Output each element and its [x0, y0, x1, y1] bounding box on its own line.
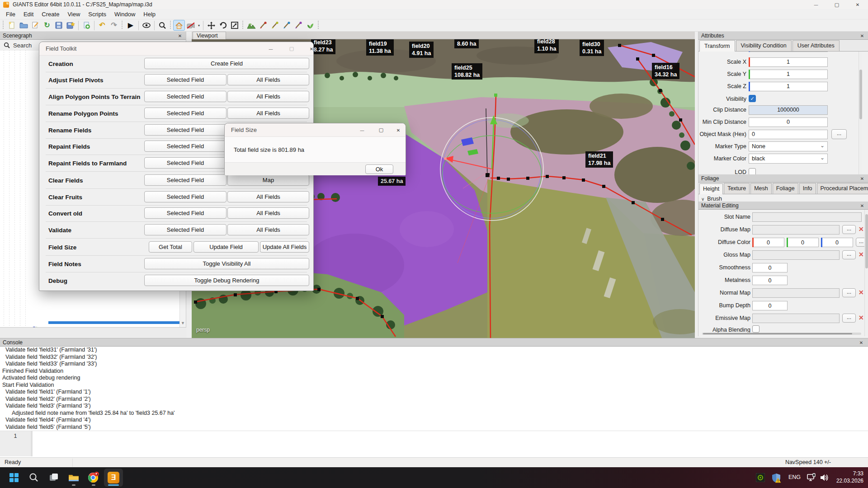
chrome-button[interactable]	[84, 469, 103, 487]
object-mask-browse-button[interactable]: ...	[831, 129, 847, 139]
diffuse-color-b-field[interactable]: 0	[821, 238, 853, 247]
validate-all-button[interactable]: All Fields	[227, 224, 309, 235]
adjust-pivots-all-button[interactable]: All Fields	[227, 74, 309, 85]
metalness-field[interactable]: 0	[752, 276, 788, 285]
dialog-minimize-button[interactable]	[355, 123, 369, 136]
brush-section-toggle[interactable]: ∨ Brush	[701, 196, 722, 202]
dialog-minimize-button[interactable]	[264, 42, 278, 55]
language-indicator[interactable]: ENG	[788, 474, 801, 480]
clear-fields-selected-button[interactable]: Selected Field	[144, 174, 226, 186]
clear-fruits-all-button[interactable]: All Fields	[227, 191, 309, 202]
min-clip-distance-field[interactable]: 0	[749, 117, 828, 127]
file-explorer-button[interactable]	[64, 469, 83, 487]
diffuse-color-r-field[interactable]: 0	[752, 238, 784, 247]
network-tray-icon[interactable]	[807, 473, 816, 484]
redo-icon[interactable]: ↷	[108, 20, 120, 31]
undo-icon[interactable]: ↶	[96, 20, 108, 31]
tab-texture[interactable]: Texture	[724, 183, 750, 194]
tab-viewport[interactable]: Viewport	[193, 32, 226, 39]
taskbar-clock[interactable]: 7:33 22.03.2026	[836, 470, 863, 484]
lod-checkbox[interactable]	[749, 168, 756, 174]
security-shield-tray-icon[interactable]	[771, 473, 781, 485]
validate-selected-button[interactable]: Selected Field	[144, 224, 226, 235]
reload-icon[interactable]: ↻	[41, 20, 53, 31]
scale-tool-icon[interactable]	[229, 20, 241, 31]
dialog-close-button[interactable]	[391, 123, 406, 136]
taskbar-search-button[interactable]	[24, 469, 43, 487]
bump-depth-field[interactable]: 0	[752, 301, 788, 310]
align-points-all-button[interactable]: All Fields	[227, 91, 309, 102]
open-folder-icon[interactable]	[18, 20, 29, 31]
normal-map-field[interactable]	[752, 288, 840, 298]
terrain-sculpt-icon[interactable]	[245, 20, 257, 31]
object-mask-field[interactable]: 0	[749, 130, 828, 139]
gloss-map-field[interactable]	[752, 250, 840, 260]
clipped-input[interactable]	[749, 52, 828, 52]
repaint-fields-selected-button[interactable]: Selected Field	[144, 141, 226, 152]
convert-old-selected-button[interactable]: Selected Field	[144, 207, 226, 219]
visibility-eye-icon[interactable]	[141, 20, 152, 31]
maximize-button[interactable]	[826, 0, 847, 9]
move-tool-icon[interactable]	[205, 20, 217, 31]
repaint-farmland-selected-button[interactable]: Selected Field	[144, 157, 226, 169]
save-icon[interactable]	[53, 20, 65, 31]
scroll-down-arrow-icon[interactable]: ▼	[181, 321, 185, 325]
task-view-button[interactable]	[44, 469, 63, 487]
tab-foliage[interactable]: Foliage	[773, 183, 798, 194]
rotate-tool-icon[interactable]	[217, 20, 229, 31]
marker-type-dropdown[interactable]: None	[749, 141, 828, 151]
clear-fruits-selected-button[interactable]: Selected Field	[144, 191, 226, 202]
rename-fields-selected-button[interactable]: Selected Field	[144, 124, 226, 136]
terrain-paint-red-icon[interactable]	[257, 20, 269, 31]
field-size-titlebar[interactable]: Field Size	[225, 123, 406, 137]
rename-icon[interactable]	[29, 20, 41, 31]
tab-info[interactable]: Info	[799, 183, 816, 194]
scenegraph-close-icon[interactable]	[177, 33, 183, 39]
dialog-maximize-button[interactable]	[284, 42, 299, 55]
dialog-maximize-button[interactable]	[374, 123, 388, 136]
play-icon[interactable]: ▶	[125, 20, 137, 31]
terrain-paint-purple-icon[interactable]	[292, 20, 304, 31]
field-toolkit-titlebar[interactable]: Field Toolkit	[39, 42, 313, 56]
tab-height[interactable]: Height	[699, 183, 723, 194]
tab-mesh[interactable]: Mesh	[750, 183, 772, 194]
alpha-blending-checkbox[interactable]	[752, 325, 760, 333]
camera-disabled-icon[interactable]	[185, 20, 197, 31]
menu-help[interactable]: Help	[139, 10, 160, 19]
tab-transform[interactable]: Transform	[699, 40, 735, 52]
nvidia-tray-icon[interactable]	[756, 473, 765, 484]
menu-window[interactable]: Window	[110, 10, 139, 19]
emissive-map-field[interactable]	[752, 314, 840, 323]
scenegraph-horizontal-scrollbar[interactable]	[0, 327, 186, 338]
console-script-editor[interactable]: 1	[0, 431, 868, 456]
scale-x-field[interactable]: 1	[749, 57, 828, 67]
save-as-icon[interactable]	[65, 20, 76, 31]
toggle-debug-rendering-button[interactable]: Toggle Debug Rendering	[144, 275, 309, 286]
field-size-update-all-button[interactable]: Update All Fields	[260, 241, 309, 253]
add-object-icon[interactable]	[80, 20, 92, 31]
start-button[interactable]	[5, 469, 24, 487]
dialog-close-button[interactable]	[304, 42, 319, 55]
menu-file[interactable]: File	[2, 10, 19, 19]
terrain-paint-blue-icon[interactable]	[281, 20, 292, 31]
clip-distance-field[interactable]: 1000000	[749, 105, 828, 115]
align-points-selected-button[interactable]: Selected Field	[144, 91, 226, 102]
tab-procedural-placement[interactable]: Procedural Placement	[817, 183, 868, 194]
home-camera-icon[interactable]	[173, 20, 185, 31]
toggle-visibility-all-button[interactable]: Toggle Visibility All	[144, 258, 309, 269]
create-field-button[interactable]: Create Field	[144, 58, 309, 69]
tab-user-attributes[interactable]: User Attributes	[793, 40, 840, 51]
attributes-close-icon[interactable]	[859, 33, 865, 39]
rename-points-selected-button[interactable]: Selected Field	[144, 108, 226, 119]
menu-create[interactable]: Create	[38, 10, 63, 19]
adjust-pivots-selected-button[interactable]: Selected Field	[144, 74, 226, 85]
field-size-get-total-button[interactable]: Get Total	[149, 241, 192, 253]
giants-editor-taskbar-button[interactable]: Ǝ	[104, 469, 123, 487]
normal-map-browse-button[interactable]: ...	[842, 288, 856, 297]
new-file-icon[interactable]	[6, 20, 18, 31]
search-icon[interactable]	[156, 20, 168, 31]
scale-z-field[interactable]: 1	[749, 82, 828, 91]
clear-fields-map-button[interactable]: Map	[227, 174, 309, 186]
attributes-scrollbar[interactable]	[859, 52, 862, 174]
diffuse-map-browse-button[interactable]: ...	[842, 225, 856, 234]
